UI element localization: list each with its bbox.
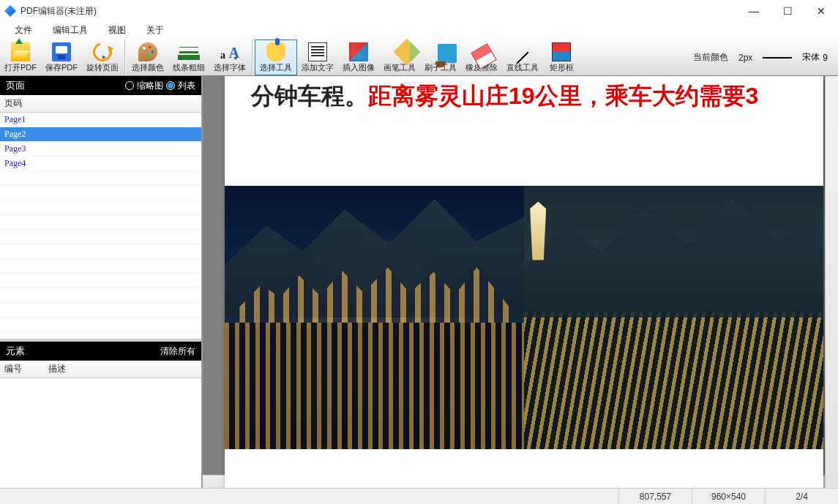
window-title: PDF编辑器(未注册)	[20, 5, 737, 18]
choose-color-label: 选择颜色	[132, 62, 164, 73]
brush-icon	[438, 44, 457, 63]
list-radio[interactable]	[166, 81, 175, 90]
document-canvas[interactable]: 分钟车程。距离雾灵山庄19公里，乘车大约需要3	[203, 76, 838, 488]
page-list-item[interactable]: Page1	[0, 113, 201, 127]
pen-tool-button[interactable]: 画笔工具	[379, 40, 420, 75]
eraser-tool-button[interactable]: 橡皮擦除	[461, 40, 502, 75]
page-list-empty-row	[0, 274, 201, 288]
status-dimensions: 960×540	[692, 489, 765, 504]
brush-tool-button[interactable]: 刷子工具	[420, 40, 461, 75]
pointer-icon	[266, 42, 285, 61]
maximize-button[interactable]: ☐	[771, 0, 804, 22]
line-tool-label: 直线工具	[506, 62, 539, 73]
menubar: 文件 编辑工具 视图 关于	[0, 22, 838, 40]
save-pdf-button[interactable]: 保存PDF	[41, 40, 82, 75]
line-width-label: 线条粗细	[173, 62, 205, 73]
choose-color-button[interactable]: 选择颜色	[127, 40, 168, 75]
page-list-item[interactable]: Page3	[0, 142, 201, 157]
image-icon	[349, 42, 368, 61]
toolbar: 打开PDF 保存PDF 旋转页面 选择颜色 线条粗细 选择字体 选择工具 添加文…	[0, 40, 838, 76]
choose-font-label: 选择字体	[214, 62, 246, 73]
menu-about[interactable]: 关于	[136, 22, 174, 39]
chevron-down-icon	[192, 57, 197, 60]
rectangle-icon	[552, 42, 571, 61]
color-preview-line	[763, 57, 792, 59]
sidebar: 页面 缩略图 列表 页码 Page1Page2Page3Page4 元素 清除所…	[0, 76, 203, 488]
app-icon	[4, 5, 16, 17]
page-image-left[interactable]	[225, 186, 524, 449]
page-list-empty-row	[0, 303, 201, 317]
page-list-empty-row	[0, 288, 201, 303]
page-text-line: 分钟车程。距离雾灵山庄19公里，乘车大约需要3	[251, 80, 823, 113]
page-list-empty-row	[0, 230, 201, 244]
titlebar: PDF编辑器(未注册) — ☐ ✕	[0, 0, 838, 22]
statusbar: 807,557 960×540 2/4	[0, 488, 838, 504]
line-tool-button[interactable]: 直线工具	[502, 40, 543, 75]
font-name-value: 宋体	[802, 51, 820, 64]
pages-column-header: 页码	[0, 95, 201, 113]
chevron-down-icon	[233, 57, 238, 60]
font-icon	[220, 42, 239, 61]
line-icon	[513, 42, 532, 61]
elements-column-header: 编号 描述	[0, 361, 201, 378]
elements-panel-title: 元素	[6, 345, 25, 358]
chevron-down-icon	[101, 55, 106, 59]
page-list-item[interactable]: Page2	[0, 127, 201, 142]
insert-image-label: 插入图像	[343, 62, 375, 73]
menu-view[interactable]: 视图	[98, 22, 136, 39]
page-list-empty-row	[0, 317, 201, 332]
pen-icon	[394, 38, 421, 65]
folder-open-icon	[11, 42, 30, 61]
select-tool-label: 选择工具	[260, 62, 292, 73]
page-list-empty-row	[0, 259, 201, 274]
elements-panel-header: 元素 清除所有	[0, 342, 201, 361]
thumbnail-radio-label: 缩略图	[137, 80, 163, 92]
line-width-icon	[179, 42, 198, 61]
open-pdf-label: 打开PDF	[4, 62, 37, 73]
page-list-empty-row	[0, 186, 201, 200]
choose-font-button[interactable]: 选择字体	[209, 40, 250, 75]
line-width-button[interactable]: 线条粗细	[168, 40, 209, 75]
page-text-black: 分钟车程。	[251, 83, 368, 109]
minimize-button[interactable]: —	[737, 0, 771, 22]
rotate-page-button[interactable]: 旋转页面	[82, 40, 123, 75]
save-pdf-label: 保存PDF	[45, 62, 78, 73]
pages-panel-header: 页面 缩略图 列表	[0, 76, 201, 95]
line-width-value: 2px	[738, 53, 752, 63]
elements-grid[interactable]	[0, 378, 201, 488]
page-list-item[interactable]: Page4	[0, 157, 201, 171]
pen-tool-label: 画笔工具	[384, 62, 416, 73]
list-radio-label: 列表	[178, 80, 195, 92]
clear-all-button[interactable]: 清除所有	[160, 345, 195, 358]
page-text-red: 距离雾灵山庄19公里，乘车大约需要3	[368, 83, 758, 109]
page-content[interactable]: 分钟车程。距离雾灵山庄19公里，乘车大约需要3	[225, 76, 823, 488]
text-icon	[308, 42, 327, 61]
close-button[interactable]: ✕	[804, 0, 838, 22]
page-list-empty-row	[0, 244, 201, 259]
menu-edit-tools[interactable]: 编辑工具	[42, 22, 98, 39]
menu-file[interactable]: 文件	[4, 22, 42, 39]
col-element-id: 编号	[4, 363, 48, 375]
toolbar-right: 当前颜色 2px 宋体 9	[693, 40, 838, 75]
separator	[124, 40, 126, 75]
rotate-icon	[89, 39, 116, 65]
page-image-right[interactable]	[524, 186, 823, 449]
font-size-value: 9	[823, 53, 828, 63]
pages-list[interactable]: Page1Page2Page3Page4	[0, 113, 201, 339]
page-list-empty-row	[0, 171, 201, 186]
add-text-label: 添加文字	[302, 62, 334, 73]
palette-icon	[138, 42, 157, 61]
rect-tool-button[interactable]: 矩形框	[543, 40, 580, 75]
separator	[252, 40, 253, 75]
thumbnail-radio[interactable]	[125, 81, 134, 90]
page-image-row	[225, 186, 823, 449]
rotate-page-label: 旋转页面	[86, 62, 119, 73]
select-tool-button[interactable]: 选择工具	[255, 40, 297, 75]
save-icon	[52, 42, 71, 61]
status-page: 2/4	[765, 489, 838, 504]
add-text-button[interactable]: 添加文字	[297, 40, 338, 75]
rect-tool-label: 矩形框	[550, 62, 574, 73]
insert-image-button[interactable]: 插入图像	[338, 40, 379, 75]
col-page-number: 页码	[4, 97, 197, 110]
open-pdf-button[interactable]: 打开PDF	[0, 40, 41, 75]
